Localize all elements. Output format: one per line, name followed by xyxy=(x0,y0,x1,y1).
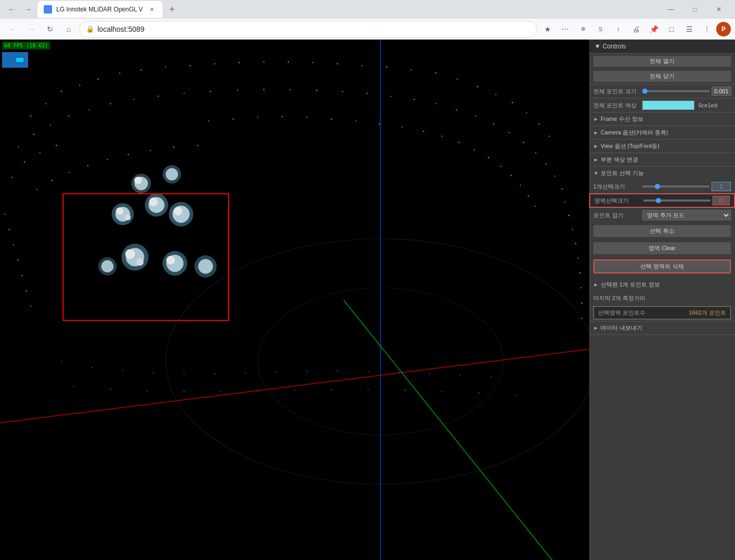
svg-point-155 xyxy=(220,391,221,392)
single-point-slider-container xyxy=(642,185,709,188)
point-size-slider-container xyxy=(642,90,709,92)
svg-point-42 xyxy=(183,93,184,94)
point-size-slider[interactable] xyxy=(642,90,709,92)
svg-point-91 xyxy=(150,150,151,151)
single-point-size-row: 1개선택크기 2 xyxy=(589,180,735,193)
print-button[interactable]: 🖨 xyxy=(628,21,644,38)
svg-point-101 xyxy=(581,303,582,304)
viewport[interactable]: 60 FPS (18-62) xyxy=(0,40,589,560)
svg-point-82 xyxy=(520,185,521,186)
profile-button[interactable]: P xyxy=(716,22,731,36)
back-button[interactable]: ← xyxy=(4,21,21,38)
point-capture-mode-select[interactable]: 영역 추가 모드 xyxy=(642,210,731,220)
svg-point-72 xyxy=(355,120,356,121)
region-size-slider[interactable] xyxy=(643,200,711,202)
svg-point-94 xyxy=(564,201,565,202)
svg-point-43 xyxy=(210,91,211,92)
svg-point-26 xyxy=(435,72,437,74)
point-color-swatch[interactable] xyxy=(642,101,694,110)
single-point-size-value: 2 xyxy=(712,182,731,191)
wallet-button[interactable]: ⊕ xyxy=(575,21,591,38)
region-size-slider-container xyxy=(643,200,711,202)
svg-point-68 xyxy=(257,117,258,118)
view-expand-icon: ► xyxy=(593,143,599,149)
close-button[interactable]: ✕ xyxy=(707,0,731,19)
forward-button[interactable]: → xyxy=(23,21,40,38)
last-distance-label: 마지막 2개 측정거리 xyxy=(593,294,731,302)
camera-section-label: Camera 옵션(카메라 종류) xyxy=(601,129,668,136)
point-select-section-header[interactable]: ▼ 포인트 선택 기능 xyxy=(589,167,735,180)
selected-point-info-header[interactable]: ► 선택완 1개 포인트 정보 xyxy=(589,278,735,291)
frame-expand-icon: ► xyxy=(593,116,599,122)
partial-color-section-header[interactable]: ► 부분 색상 변경 xyxy=(589,153,735,166)
tab-history-back[interactable]: ← xyxy=(4,2,19,17)
info-button[interactable]: i xyxy=(610,21,627,38)
svg-point-85 xyxy=(36,189,38,190)
partial-color-section: ► 부분 색상 변경 xyxy=(589,153,735,167)
last-distance-row: 마지막 2개 측정거리 xyxy=(589,291,735,305)
region-clear-button[interactable]: 영역 Clear xyxy=(593,242,731,254)
point-count-container: 선택영역 포인트수 1662개 포인트 xyxy=(593,306,731,319)
delete-region-button[interactable]: 선택 영역의 삭제 xyxy=(593,259,731,273)
svg-point-13 xyxy=(119,72,120,73)
new-tab-button[interactable]: + xyxy=(165,2,179,17)
camera-section-header[interactable]: ► Camera 옵션(카메라 종류) xyxy=(589,126,735,139)
selection-box xyxy=(63,193,229,321)
close-all-row: 전체 닫기 xyxy=(589,69,735,84)
capture-button[interactable]: □ xyxy=(663,21,680,38)
single-point-size-slider[interactable] xyxy=(642,185,709,188)
svg-point-66 xyxy=(208,120,209,121)
svg-rect-1 xyxy=(16,58,23,62)
main-area: 60 FPS (18-62) xyxy=(0,40,735,560)
svg-point-105 xyxy=(13,244,14,245)
svg-point-8 xyxy=(30,115,31,117)
point-select-expand-icon: ▼ xyxy=(593,170,599,176)
svg-point-14 xyxy=(141,69,142,71)
svg-point-16 xyxy=(190,65,191,67)
svg-point-152 xyxy=(110,389,111,390)
svg-point-90 xyxy=(128,154,129,155)
svg-point-53 xyxy=(456,109,457,110)
refresh-button[interactable]: ↻ xyxy=(42,21,58,38)
frame-section-header[interactable]: ► Frame 수신 정보 xyxy=(589,113,735,126)
svg-point-69 xyxy=(282,116,283,117)
svg-point-144 xyxy=(306,371,307,372)
address-bar[interactable]: 🔒 localhost:5089 xyxy=(79,21,537,38)
pin-button[interactable]: 📌 xyxy=(645,21,662,38)
svg-point-142 xyxy=(245,372,246,374)
svg-point-154 xyxy=(183,391,185,392)
svg-point-140 xyxy=(183,373,184,374)
bookmark-button[interactable]: ★ xyxy=(539,21,556,38)
minimize-button[interactable]: — xyxy=(659,0,683,19)
svg-point-75 xyxy=(422,131,424,132)
region-size-label: 영역선택크기 xyxy=(594,197,641,205)
svg-point-21 xyxy=(313,62,314,63)
svg-point-60 xyxy=(554,176,555,177)
open-all-button[interactable]: 전체 열기 xyxy=(593,56,731,67)
point-size-label: 전체 포인트 크기 xyxy=(593,88,640,95)
tab-history-forward[interactable]: → xyxy=(21,2,35,17)
export-section-header[interactable]: ► 데이터 내보내기 xyxy=(589,321,735,334)
sidebar-button[interactable]: ☰ xyxy=(681,21,697,38)
extensions-button[interactable]: ⋯ xyxy=(557,21,574,38)
camera-expand-icon: ► xyxy=(593,130,599,135)
home-button[interactable]: ⌂ xyxy=(60,21,77,38)
svg-point-56 xyxy=(509,132,510,133)
svg-point-36 xyxy=(49,125,51,126)
maximize-button[interactable]: □ xyxy=(683,0,707,19)
view-section-header[interactable]: ► View 옵션 (Top/Font등) xyxy=(589,140,735,153)
single-point-size-label: 1개선택크기 xyxy=(593,183,640,191)
svg-point-103 xyxy=(4,214,5,215)
browser-window: ← → LG Innotek MLiDAR OpenGL V ✕ + — □ ✕… xyxy=(0,0,735,40)
controls-panel: ▼ Controls 전체 열기 전체 닫기 전체 포인트 크기 0.001 xyxy=(589,40,735,560)
tab-close-btn[interactable]: ✕ xyxy=(147,5,156,14)
active-tab[interactable]: LG Innotek MLiDAR OpenGL V ✕ xyxy=(38,1,163,18)
svg-point-77 xyxy=(458,142,460,143)
cancel-selection-button[interactable]: 선택 취소 xyxy=(593,225,731,237)
svg-point-41 xyxy=(158,96,159,97)
svg-point-146 xyxy=(368,371,369,372)
menu-button[interactable]: ⋮ xyxy=(699,21,715,38)
svg-point-57 xyxy=(523,142,525,143)
close-all-button[interactable]: 전체 닫기 xyxy=(593,71,731,82)
sync-button[interactable]: S xyxy=(592,21,609,38)
